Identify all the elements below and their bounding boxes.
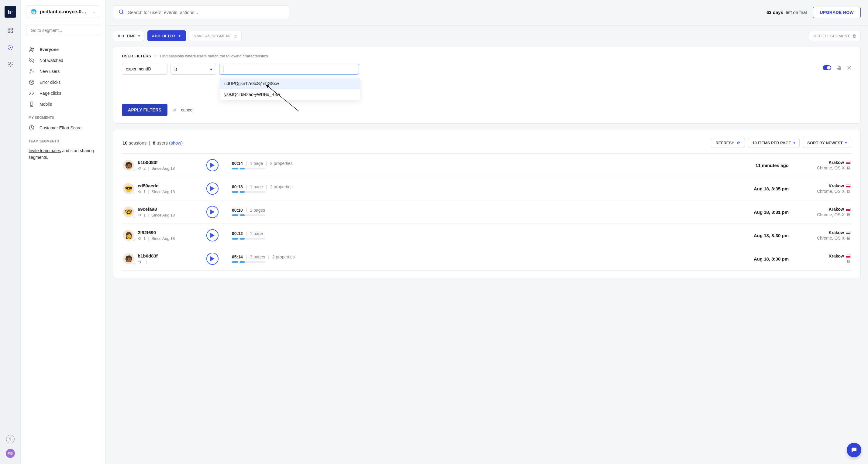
- filter-toggle[interactable]: [823, 65, 831, 70]
- progress-bar: [232, 191, 265, 193]
- star-icon[interactable]: ☆: [132, 238, 136, 242]
- user-filters-desc: Find sessions where users match the foll…: [160, 54, 268, 58]
- filter-value-input[interactable]: [219, 64, 359, 75]
- refresh-button[interactable]: REFRESH⟳: [711, 138, 745, 148]
- sidebar-item-rage-clicks[interactable]: Rage clicks: [26, 88, 100, 99]
- play-button[interactable]: [206, 183, 219, 195]
- sidebar-item-error-clicks[interactable]: Error clicks: [26, 77, 100, 88]
- session-id: b1b0d83f: [138, 160, 175, 165]
- monitor-icon: 🖥: [846, 189, 851, 194]
- show-users-link[interactable]: show: [170, 140, 181, 145]
- suggestion-option[interactable]: ys9JQcL6R2ao-yWDBu_B8w: [220, 89, 360, 100]
- add-filter-button[interactable]: ADD FILTER＋: [147, 30, 186, 41]
- session-avatar: 😎☆: [123, 183, 134, 194]
- star-icon[interactable]: ☆: [132, 214, 136, 219]
- monitor-icon: 🖥: [846, 165, 851, 170]
- svg-point-11: [31, 105, 32, 106]
- per-page-select[interactable]: 10 ITEMS PER PAGE▾: [748, 138, 800, 148]
- session-device: Chrome, OS X🖥: [796, 189, 851, 194]
- repeat-count: 2: [144, 166, 146, 171]
- cancel-link[interactable]: cancel: [181, 107, 193, 112]
- session-time: Aug 18, 8:31 pm: [728, 209, 789, 215]
- repeat-icon: ⟲: [138, 166, 141, 171]
- filter-operator-select[interactable]: is▾: [170, 64, 216, 75]
- session-pages: 3 pages: [250, 255, 265, 259]
- svg-point-6: [30, 48, 32, 49]
- play-button[interactable]: [206, 229, 219, 241]
- sessions-icon[interactable]: [6, 43, 14, 52]
- upgrade-button[interactable]: UPGRADE NOW: [813, 7, 861, 18]
- play-button[interactable]: [206, 206, 219, 218]
- sidebar-item-customer-effort-score[interactable]: Customer Effort Score: [26, 122, 100, 133]
- help-icon[interactable]: ?: [6, 435, 14, 443]
- session-row[interactable]: 🧑🏾☆b1b0d83f⟲2|Since Aug 1800:14|1 page|2…: [122, 154, 852, 177]
- user-avatar[interactable]: MB: [6, 449, 15, 458]
- session-time: 11 minutes ago: [728, 163, 789, 168]
- duplicate-icon[interactable]: [836, 65, 842, 70]
- project-selector[interactable]: 🌐 pedfantic-noyce-0b8d8... ⌄: [26, 5, 100, 18]
- global-search[interactable]: [113, 5, 289, 19]
- session-since: Since Aug 18: [152, 190, 175, 194]
- repeat-icon: ⟲: [138, 236, 141, 241]
- suggestion-option[interactable]: udUPQgknT7e3xSj1sbGSxw: [220, 78, 360, 89]
- apps-icon[interactable]: [6, 26, 14, 35]
- session-row[interactable]: 🤓☆69cefaa8⟲1|Since Aug 1800:10|2 pagesAu…: [122, 200, 852, 224]
- delete-segment-button[interactable]: DELETE SEGMENT🗑: [809, 31, 861, 41]
- chevron-down-icon: ▾: [138, 34, 140, 38]
- gauge-icon: [29, 125, 35, 131]
- sidebar-item-label: Customer Effort Score: [39, 125, 82, 130]
- session-avatar: 👩☆: [123, 230, 134, 241]
- sessions-card: 10 sessions | 8 users (show) REFRESH⟳ 10…: [113, 129, 861, 278]
- chevron-down-icon: ▾: [794, 141, 795, 144]
- play-button[interactable]: [206, 253, 219, 265]
- star-icon[interactable]: ☆: [132, 168, 136, 172]
- invite-teammates-link[interactable]: Invite teammates: [29, 148, 61, 153]
- filter-toolbar: ALL TIME▾ ADD FILTER＋ SAVE AS SEGMENT◔ D…: [106, 26, 868, 46]
- sort-select[interactable]: SORT BY NEWEST▾: [803, 138, 851, 148]
- flag-icon: [846, 208, 851, 211]
- global-search-input[interactable]: [128, 10, 284, 15]
- flag-icon: [846, 231, 851, 234]
- logo[interactable]: ls*: [5, 6, 16, 18]
- trial-remaining: 63 days left on trial: [767, 10, 807, 15]
- sidebar-item-mobile[interactable]: Mobile: [26, 99, 100, 110]
- intercom-launcher[interactable]: [847, 443, 861, 457]
- time-range-button[interactable]: ALL TIME▾: [113, 31, 144, 41]
- sidebar-item-everyone[interactable]: Everyone: [26, 44, 100, 55]
- chevron-down-icon: ▾: [210, 67, 212, 72]
- play-button[interactable]: [206, 159, 219, 171]
- text-cursor: [223, 67, 223, 72]
- star-icon[interactable]: ☆: [132, 191, 136, 195]
- session-row[interactable]: 👩☆2f92f690⟲1|Since Aug 1800:12|1 pageAug…: [122, 224, 852, 247]
- apply-filters-button[interactable]: APPLY FILTERS: [122, 104, 167, 116]
- session-time: Aug 18, 8:35 pm: [728, 186, 789, 191]
- save-segment-button[interactable]: SAVE AS SEGMENT◔: [189, 31, 242, 41]
- session-duration: 05:14: [232, 255, 243, 259]
- star-icon[interactable]: ☆: [132, 261, 136, 265]
- session-location: Krakow: [796, 160, 851, 165]
- trash-icon: 🗑: [852, 34, 856, 38]
- svg-point-7: [32, 48, 33, 49]
- session-pages: 2 pages: [250, 208, 265, 212]
- session-device: 🖥: [796, 259, 851, 264]
- settings-icon[interactable]: [6, 60, 14, 69]
- filter-property-select[interactable]: experimentID: [122, 64, 167, 75]
- sessions-count: 10 sessions | 8 users (show): [122, 140, 183, 145]
- session-pages: 1 page: [250, 161, 263, 166]
- eye-off-icon: [29, 57, 35, 63]
- session-props: 2 properties: [270, 161, 293, 166]
- session-pages: 1 page: [250, 231, 263, 236]
- progress-bar: [232, 261, 265, 263]
- repeat-count: 1: [144, 236, 146, 241]
- main-content: 63 days left on trial UPGRADE NOW ALL TI…: [106, 0, 868, 464]
- close-icon[interactable]: [846, 65, 852, 70]
- svg-rect-3: [11, 31, 12, 33]
- sidebar-item-new-users[interactable]: New users: [26, 66, 100, 77]
- session-row[interactable]: 😎☆ed50aedd⟲1|Since Aug 1800:13|1 page|2 …: [122, 177, 852, 200]
- goto-segment-input[interactable]: Go to segment...: [26, 25, 100, 36]
- session-id: 69cefaa8: [138, 206, 175, 212]
- session-device: Chrome, OS X🖥: [796, 212, 851, 217]
- session-row[interactable]: 🧑🏾☆b1b0d83f⟲|05:14|3 pages|2 propertiesA…: [122, 247, 852, 271]
- sidebar-item-not-watched[interactable]: Not watched: [26, 55, 100, 66]
- session-location: Krakow: [796, 207, 851, 212]
